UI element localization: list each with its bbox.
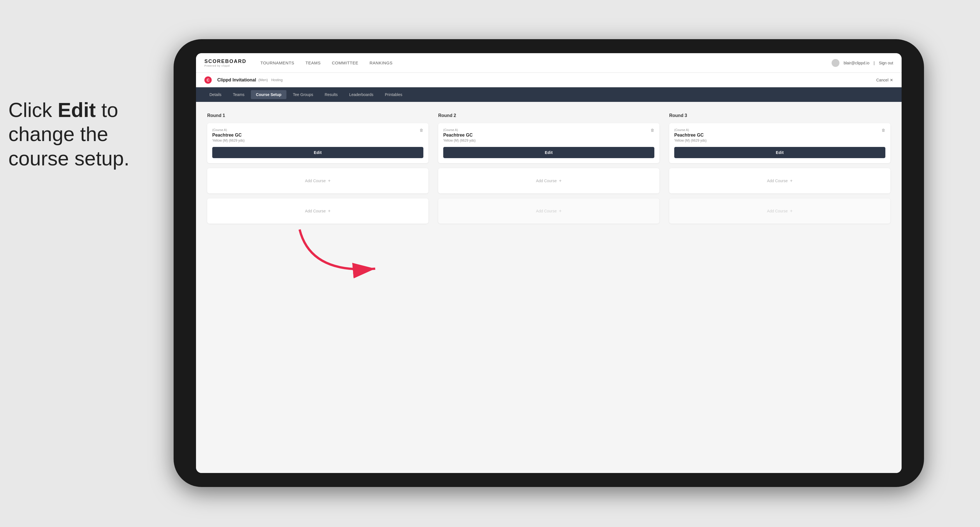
round-3-course-card: 🗑 (Course A) Peachtree GC Yellow (M) (66… (669, 123, 890, 163)
round-2-add-text-1: Add Course + (536, 178, 562, 183)
clippd-logo: C (204, 76, 212, 84)
user-avatar (832, 59, 840, 67)
tab-tee-groups[interactable]: Tee Groups (288, 90, 318, 99)
round-1-delete-icon[interactable]: 🗑 (418, 127, 425, 133)
nav-teams[interactable]: TEAMS (305, 60, 321, 65)
tournament-gender: (Men) (258, 78, 268, 82)
round-3-title: Round 3 (669, 113, 890, 118)
round-1-title: Round 1 (207, 113, 428, 118)
round-3-add-course-2: Add Course + (669, 198, 890, 224)
round-3-course-details: Yellow (M) (6629 yds) (674, 138, 885, 143)
tablet-device: SCOREBOARD Powered by clippd TOURNAMENTS… (173, 39, 924, 487)
tournament-name: Clippd Invitational (217, 78, 256, 83)
round-1-add-course-2[interactable]: Add Course + (207, 198, 428, 224)
round-1-add-text-2: Add Course + (305, 208, 330, 214)
cancel-button[interactable]: Cancel ✕ (876, 78, 893, 82)
logo-title: SCOREBOARD (204, 59, 247, 64)
round-2-plus-icon-1: + (559, 178, 562, 183)
round-3-delete-icon[interactable]: 🗑 (880, 127, 886, 133)
rounds-container: Round 1 🗑 (Course A) Peachtree GC Yellow… (207, 113, 890, 229)
round-3-edit-button[interactable]: Edit (674, 147, 885, 158)
instruction-text: Click Edit to change the course setup. (8, 98, 129, 170)
round-3-column: Round 3 🗑 (Course A) Peachtree GC Yellow… (669, 113, 890, 229)
round-1-add-text-1: Add Course + (305, 178, 330, 183)
pipe-separator: | (873, 61, 875, 65)
round-2-plus-icon-2: + (559, 208, 562, 214)
round-2-delete-icon[interactable]: 🗑 (649, 127, 655, 133)
round-1-edit-button[interactable]: Edit (212, 147, 423, 158)
round-1-course-label: (Course A) (212, 128, 423, 132)
scoreboard-logo: SCOREBOARD Powered by clippd (204, 59, 247, 67)
tab-course-setup[interactable]: Course Setup (251, 90, 286, 99)
round-3-add-text-1: Add Course + (767, 178, 792, 183)
round-1-add-course-1[interactable]: Add Course + (207, 168, 428, 194)
clippd-c-icon: C (204, 76, 212, 84)
sub-header: C Clippd Invitational (Men) Hosting Canc… (196, 73, 902, 87)
tablet-screen: SCOREBOARD Powered by clippd TOURNAMENTS… (196, 53, 902, 473)
tab-teams[interactable]: Teams (228, 90, 250, 99)
nav-links: TOURNAMENTS TEAMS COMMITTEE RANKINGS (260, 60, 832, 65)
round-2-course-label: (Course A) (443, 128, 654, 132)
instruction-bold: Edit (58, 99, 96, 121)
nav-user: blair@clippd.io | Sign out (832, 59, 893, 67)
round-1-course-name: Peachtree GC (212, 133, 423, 138)
round-1-column: Round 1 🗑 (Course A) Peachtree GC Yellow… (207, 113, 428, 229)
user-email: blair@clippd.io (844, 61, 869, 65)
round-2-course-name: Peachtree GC (443, 133, 654, 138)
logo-subtitle: Powered by clippd (204, 64, 247, 67)
nav-tournaments[interactable]: TOURNAMENTS (260, 60, 294, 65)
nav-rankings[interactable]: RANKINGS (370, 60, 393, 65)
round-3-plus-icon-1: + (790, 178, 792, 183)
round-1-course-card: 🗑 (Course A) Peachtree GC Yellow (M) (66… (207, 123, 428, 163)
hosting-badge: Hosting (271, 78, 283, 82)
tab-leaderboards[interactable]: Leaderboards (344, 90, 378, 99)
cancel-x-icon: ✕ (890, 78, 893, 82)
round-2-add-course-2: Add Course + (438, 198, 659, 224)
round-2-add-text-2: Add Course + (536, 208, 562, 214)
round-2-edit-button[interactable]: Edit (443, 147, 654, 158)
sign-out-link[interactable]: Sign out (879, 61, 893, 65)
round-1-course-details: Yellow (M) (6629 yds) (212, 138, 423, 143)
main-content: Round 1 🗑 (Course A) Peachtree GC Yellow… (196, 102, 902, 473)
round-3-plus-icon-2: + (790, 208, 792, 214)
round-1-plus-icon-1: + (328, 178, 330, 183)
round-1-plus-icon-2: + (328, 208, 330, 214)
round-2-add-course-1[interactable]: Add Course + (438, 168, 659, 194)
nav-committee[interactable]: COMMITTEE (332, 60, 358, 65)
round-3-course-label: (Course A) (674, 128, 885, 132)
tab-details[interactable]: Details (204, 90, 226, 99)
top-nav: SCOREBOARD Powered by clippd TOURNAMENTS… (196, 53, 902, 73)
round-2-column: Round 2 🗑 (Course A) Peachtree GC Yellow… (438, 113, 659, 229)
round-2-title: Round 2 (438, 113, 659, 118)
round-3-add-text-2: Add Course + (767, 208, 792, 214)
round-2-course-details: Yellow (M) (6629 yds) (443, 138, 654, 143)
tab-bar: Details Teams Course Setup Tee Groups Re… (196, 87, 902, 102)
round-2-course-card: 🗑 (Course A) Peachtree GC Yellow (M) (66… (438, 123, 659, 163)
tab-results[interactable]: Results (320, 90, 343, 99)
tab-printables[interactable]: Printables (380, 90, 407, 99)
round-3-add-course-1[interactable]: Add Course + (669, 168, 890, 194)
round-3-course-name: Peachtree GC (674, 133, 885, 138)
